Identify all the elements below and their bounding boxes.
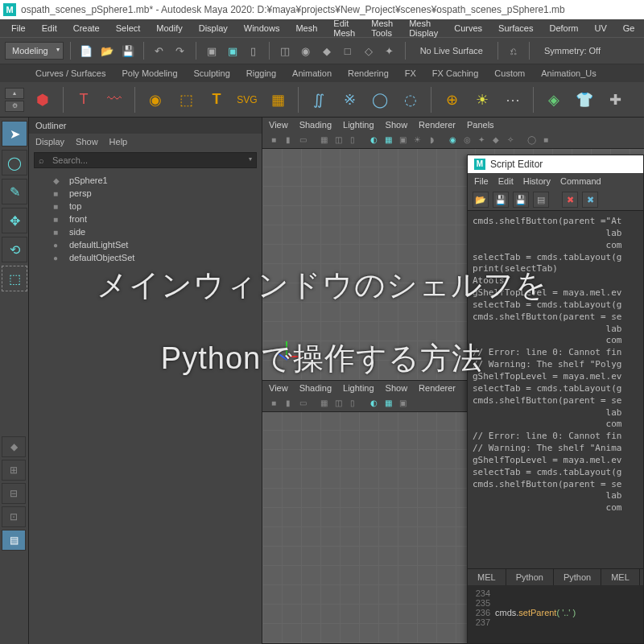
menu-curves[interactable]: Curves: [446, 21, 490, 35]
vp-menu-view[interactable]: View: [269, 120, 288, 130]
menu-windows[interactable]: Windows: [236, 21, 288, 35]
snap-view-icon[interactable]: ◇: [360, 42, 378, 60]
snap-grid-icon[interactable]: ◫: [276, 42, 294, 60]
se-save-icon[interactable]: 💾: [513, 192, 529, 208]
layout-two-icon[interactable]: ⊟: [2, 483, 26, 504]
vp-tex-icon[interactable]: ▣: [396, 134, 409, 147]
create-text-icon[interactable]: T: [72, 88, 96, 112]
shelf-tab-curves[interactable]: Curves / Surfaces: [27, 65, 114, 81]
plus-icon[interactable]: ✚: [603, 88, 627, 112]
outliner-search-input[interactable]: Search...: [34, 152, 257, 168]
outliner-menu-show[interactable]: Show: [76, 137, 98, 147]
se-tab-mel[interactable]: MEL: [601, 569, 640, 585]
vp-gate-icon[interactable]: ▯: [346, 397, 359, 410]
se-tab-python[interactable]: Python: [554, 569, 601, 585]
se-menu-history[interactable]: History: [523, 176, 551, 186]
vp-bookmark-icon[interactable]: ▮: [282, 397, 295, 410]
open-scene-icon[interactable]: 📂: [98, 42, 116, 60]
select-by-hierarchy-icon[interactable]: ▣: [203, 42, 221, 60]
marquee-icon[interactable]: ⬚: [174, 88, 198, 112]
vp-wire-icon[interactable]: ▦: [382, 134, 394, 147]
menu-mesh-tools[interactable]: Mesh Tools: [363, 16, 401, 40]
layout-four-icon[interactable]: ⊞: [2, 460, 26, 481]
shelf-tab-animation-us[interactable]: Animation_Us: [533, 65, 604, 81]
type-icon[interactable]: T: [204, 88, 229, 112]
light-icon[interactable]: ☀: [470, 88, 494, 112]
vp-grid-icon[interactable]: ▦: [317, 134, 330, 147]
se-menu-command[interactable]: Command: [560, 176, 601, 186]
menu-generate[interactable]: Ge: [615, 21, 643, 35]
vp-image-icon[interactable]: ▭: [296, 397, 309, 410]
tree-item[interactable]: ■persp: [29, 187, 262, 200]
paint-select-tool[interactable]: ✎: [2, 179, 27, 204]
poly-cube-icon[interactable]: ⬢: [31, 88, 55, 112]
vp-tex-icon[interactable]: ▣: [396, 397, 409, 410]
vp-aa-icon[interactable]: ◆: [489, 134, 502, 147]
joint-icon[interactable]: ⊕: [440, 88, 464, 112]
se-saveall-icon[interactable]: ▤: [533, 192, 549, 208]
script-editor-titlebar[interactable]: M Script Editor: [468, 155, 643, 173]
vp-image-icon[interactable]: ▭: [296, 134, 309, 147]
se-tab-python[interactable]: Python: [506, 569, 554, 585]
select-by-component-icon[interactable]: ▯: [245, 42, 262, 60]
vp-menu-panels[interactable]: Panels: [467, 120, 494, 130]
vp-gate-icon[interactable]: ▯: [346, 134, 359, 147]
vp-shade-icon[interactable]: ◐: [367, 134, 380, 147]
tree-item[interactable]: ■front: [29, 213, 262, 225]
vp-shade-icon[interactable]: ◐: [367, 397, 380, 410]
se-clear2-icon[interactable]: ✖: [582, 192, 598, 208]
se-save-icon[interactable]: 💾: [493, 192, 509, 208]
vp-wire-icon[interactable]: ▦: [382, 397, 394, 410]
menu-set-selector[interactable]: Modeling: [5, 42, 64, 60]
vp-camera-icon[interactable]: ■: [267, 397, 280, 410]
vp-menu-shading[interactable]: Shading: [299, 383, 332, 393]
rotate-tool[interactable]: ⟲: [2, 237, 27, 262]
live-surface-label[interactable]: No Live Surface: [412, 46, 491, 56]
snap-points-icon[interactable]: ◆: [318, 42, 336, 60]
shelf-tab-poly[interactable]: Poly Modeling: [114, 65, 185, 81]
sphere-icon[interactable]: ◉: [143, 88, 167, 112]
fluid-icon[interactable]: ∬: [307, 88, 331, 112]
vp-xray2-icon[interactable]: ✦: [475, 134, 488, 147]
tree-item[interactable]: ◆pSphere1: [29, 174, 262, 187]
vp-menu-lighting[interactable]: Lighting: [343, 120, 374, 130]
vp-grid-icon[interactable]: ▦: [317, 397, 330, 410]
menu-mesh[interactable]: Mesh: [287, 21, 325, 35]
new-scene-icon[interactable]: 📄: [77, 42, 95, 60]
se-menu-file[interactable]: File: [474, 176, 489, 186]
se-tab-mel[interactable]: MEL: [468, 569, 506, 585]
script-editor-output[interactable]: cmds.shelfButton(parent ="At lab com sel…: [468, 211, 643, 568]
layout-persp-icon[interactable]: ⊡: [2, 506, 26, 527]
shirt-icon[interactable]: 👕: [572, 88, 597, 112]
layout-outliner-icon[interactable]: ▤: [2, 530, 26, 551]
menu-edit-mesh[interactable]: Edit Mesh: [325, 16, 363, 40]
tree-item[interactable]: ■side: [29, 225, 262, 238]
shelf-tab-fx[interactable]: FX: [397, 65, 424, 81]
vp-menu-show[interactable]: Show: [386, 383, 408, 393]
vp-menu-renderer[interactable]: Renderer: [419, 120, 456, 130]
construction-history-icon[interactable]: ⎌: [505, 42, 522, 60]
more-icon[interactable]: ⋯: [501, 88, 525, 112]
vp-film-icon[interactable]: ◫: [332, 134, 345, 147]
shelf-tab-fxcaching[interactable]: FX Caching: [424, 65, 486, 81]
vp-menu-renderer[interactable]: Renderer: [419, 383, 456, 393]
menu-mesh-display[interactable]: Mesh Display: [401, 16, 446, 40]
menu-surfaces[interactable]: Surfaces: [490, 21, 541, 35]
tree-item[interactable]: ■top: [29, 200, 262, 213]
symmetry-label[interactable]: Symmetry: Off: [536, 46, 609, 56]
menu-edit[interactable]: Edit: [34, 21, 65, 35]
outliner-menu-display[interactable]: Display: [35, 137, 64, 147]
ring-icon[interactable]: ◌: [398, 88, 423, 112]
vp-bookmark-icon[interactable]: ▮: [282, 134, 295, 147]
vp-menu-shading[interactable]: Shading: [299, 120, 332, 130]
vp-camera-icon[interactable]: ■: [267, 134, 280, 147]
vp-menu-lighting[interactable]: Lighting: [343, 383, 374, 393]
menu-file[interactable]: File: [3, 21, 34, 35]
tree-item[interactable]: ●defaultLightSet: [29, 238, 262, 251]
snap-live-icon[interactable]: ✦: [381, 42, 398, 60]
vp-film-icon[interactable]: ◫: [332, 397, 345, 410]
cloth-icon[interactable]: ◈: [542, 88, 566, 112]
script-editor-input[interactable]: 234 235 236cmds.setParent( '..' ) 237: [468, 585, 643, 643]
se-clear-icon[interactable]: ✖: [562, 192, 578, 208]
shelf-tab-animation[interactable]: Animation: [284, 65, 340, 81]
